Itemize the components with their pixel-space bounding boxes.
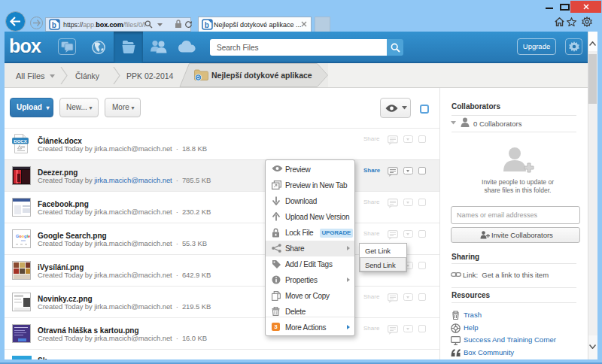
svg-text:b: b (52, 21, 56, 29)
svg-text:DOCX: DOCX (14, 139, 26, 144)
svg-text:b: b (205, 21, 209, 29)
